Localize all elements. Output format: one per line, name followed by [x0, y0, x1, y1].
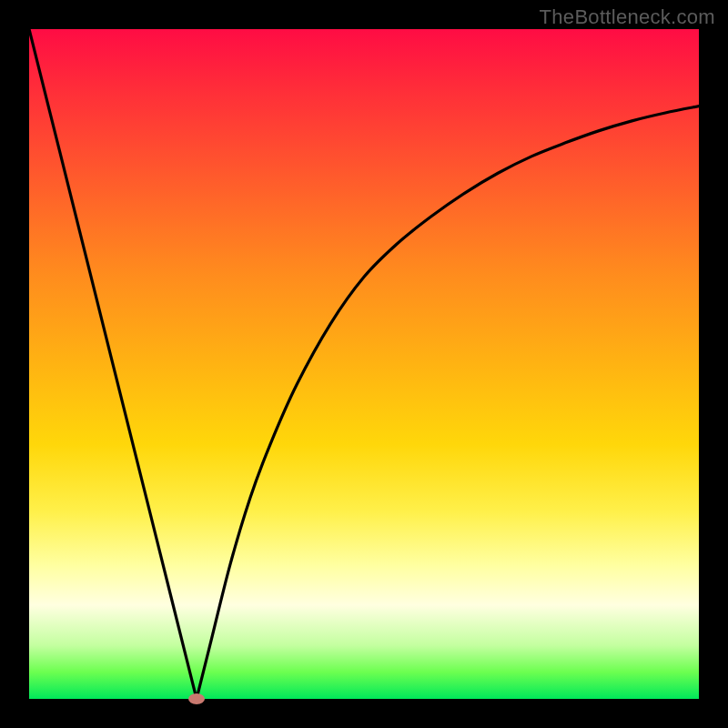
curve-path [29, 29, 699, 699]
watermark-text: TheBottleneck.com [540, 5, 715, 29]
bottleneck-curve [29, 29, 699, 699]
chart-frame: TheBottleneck.com [0, 0, 728, 728]
plot-area [29, 29, 699, 699]
minimum-marker [188, 693, 205, 704]
